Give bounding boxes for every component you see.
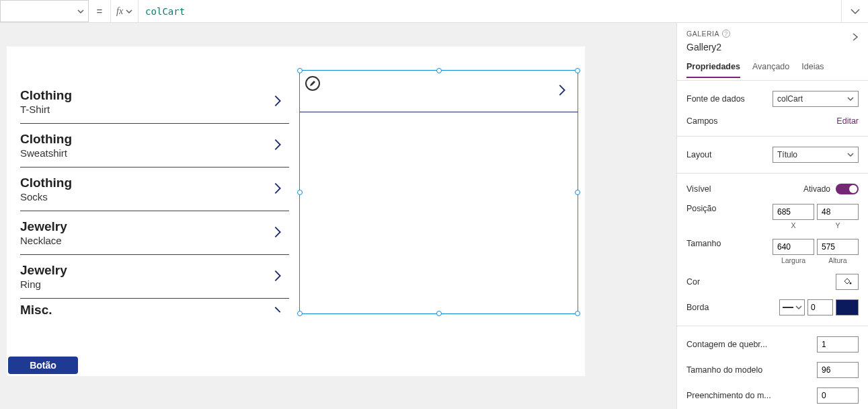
size-w-sublabel: Largura	[781, 256, 805, 264]
visible-label: Visível	[686, 184, 711, 194]
size-w-input[interactable]	[773, 239, 814, 255]
chevron-down-icon	[126, 8, 132, 15]
item-subtitle: Necklace	[20, 235, 67, 248]
item-subtitle: Socks	[20, 191, 72, 204]
gallery-left[interactable]: Clothing T-Shirt Clothing Sweatshirt Clo…	[20, 80, 289, 321]
border-label: Borda	[686, 303, 709, 312]
chevron-down-icon	[77, 8, 84, 15]
properties-panel: GALERIA ? Gallery2 Propriedades Avançado…	[676, 23, 868, 409]
item-title: Clothing	[20, 175, 72, 191]
position-y-input[interactable]	[817, 204, 859, 220]
templatesize-label: Tamanho do modelo	[686, 365, 762, 375]
gallery-selected[interactable]	[299, 70, 578, 314]
tabs: Propriedades Avançado Ideias	[686, 62, 859, 77]
list-item[interactable]: Jewelry Necklace	[20, 211, 289, 255]
position-label: Posição	[686, 204, 716, 213]
color-picker[interactable]	[836, 274, 859, 290]
list-item[interactable]: Clothing T-Shirt	[20, 80, 289, 124]
fx-label: fx	[116, 6, 123, 17]
wrapcount-label: Contagem de quebr...	[686, 340, 767, 349]
datasource-value: colCart	[777, 94, 803, 104]
item-title: Jewelry	[20, 219, 67, 235]
breadcrumb: GALERIA ?	[686, 30, 859, 38]
list-item[interactable]: Clothing Socks	[20, 168, 289, 211]
canvas-area[interactable]: Clothing T-Shirt Clothing Sweatshirt Clo…	[0, 23, 676, 409]
fields-edit-link[interactable]: Editar	[836, 116, 859, 126]
list-item[interactable]: Clothing Sweatshirt	[20, 124, 289, 168]
item-subtitle: T-Shirt	[20, 104, 72, 116]
chevron-right-icon[interactable]	[270, 181, 285, 198]
screen-frame: Clothing T-Shirt Clothing Sweatshirt Clo…	[7, 46, 585, 376]
gallery-template-row[interactable]	[300, 71, 578, 112]
datasource-dropdown[interactable]: colCart	[773, 91, 859, 107]
item-title: Misc.	[20, 302, 52, 318]
list-item[interactable]: Misc.	[20, 299, 289, 321]
formula-input[interactable]: colCart	[139, 0, 841, 22]
item-title: Clothing	[20, 87, 72, 104]
size-h-sublabel: Altura	[828, 256, 846, 264]
line-icon	[783, 307, 793, 308]
border-style-dropdown[interactable]	[779, 299, 805, 315]
item-title: Jewelry	[20, 262, 67, 278]
resize-handle[interactable]	[436, 311, 442, 316]
layout-value: Título	[777, 150, 797, 159]
breadcrumb-label: GALERIA	[686, 30, 719, 38]
tab-advanced[interactable]: Avançado	[752, 62, 789, 77]
chevron-right-icon[interactable]	[270, 304, 285, 316]
chevron-right-icon[interactable]	[851, 32, 860, 44]
fields-label: Campos	[686, 116, 718, 126]
info-icon[interactable]: ?	[722, 30, 730, 38]
tab-properties[interactable]: Propriedades	[686, 62, 740, 78]
bucket-icon	[842, 276, 852, 288]
chevron-down-icon	[847, 151, 854, 158]
edit-template-icon[interactable]	[305, 76, 320, 91]
chevron-down-icon	[795, 304, 802, 311]
formula-bar: = fx colCart	[0, 0, 868, 23]
color-label: Cor	[686, 277, 700, 287]
equals-sign: =	[89, 0, 110, 22]
position-x-sublabel: X	[791, 221, 795, 229]
visible-toggle[interactable]	[836, 184, 859, 194]
item-subtitle: Sweatshirt	[20, 147, 72, 160]
position-y-sublabel: Y	[835, 221, 840, 229]
resize-handle[interactable]	[297, 190, 303, 195]
layout-label: Layout	[686, 150, 712, 159]
position-x-input[interactable]	[773, 204, 814, 220]
main-area: Clothing T-Shirt Clothing Sweatshirt Clo…	[0, 23, 868, 409]
visible-value: Ativado	[803, 184, 830, 194]
border-width-input[interactable]	[807, 299, 833, 315]
svg-point-0	[850, 282, 852, 284]
fx-toggle[interactable]: fx	[110, 0, 139, 22]
formula-expand-button[interactable]	[841, 0, 868, 22]
bottom-button[interactable]: Botão	[8, 357, 78, 374]
resize-handle[interactable]	[575, 190, 580, 195]
templatepadding-label: Preenchimento do m...	[686, 391, 771, 400]
control-name: Gallery2	[686, 42, 859, 52]
chevron-right-icon[interactable]	[270, 225, 285, 241]
chevron-right-icon[interactable]	[270, 94, 285, 110]
chevron-right-icon[interactable]	[270, 137, 285, 154]
chevron-down-icon	[847, 96, 854, 102]
resize-handle[interactable]	[297, 311, 303, 316]
datasource-label: Fonte de dados	[686, 94, 745, 104]
list-item[interactable]: Jewelry Ring	[20, 255, 289, 299]
size-label: Tamanho	[686, 239, 721, 248]
item-title: Clothing	[20, 131, 72, 147]
resize-handle[interactable]	[575, 311, 580, 316]
button-label: Botão	[30, 360, 56, 371]
item-subtitle: Ring	[20, 278, 67, 291]
wrapcount-input[interactable]	[817, 336, 859, 352]
property-dropdown[interactable]	[0, 0, 89, 22]
size-h-input[interactable]	[817, 239, 859, 255]
templatesize-input[interactable]	[817, 362, 859, 378]
chevron-down-icon	[850, 6, 861, 17]
chevron-right-icon[interactable]	[270, 268, 285, 285]
tab-ideas[interactable]: Ideias	[801, 62, 824, 77]
templatepadding-input[interactable]	[817, 387, 859, 404]
border-color-picker[interactable]	[836, 299, 859, 315]
layout-dropdown[interactable]: Título	[773, 147, 859, 163]
chevron-right-icon[interactable]	[555, 83, 569, 100]
